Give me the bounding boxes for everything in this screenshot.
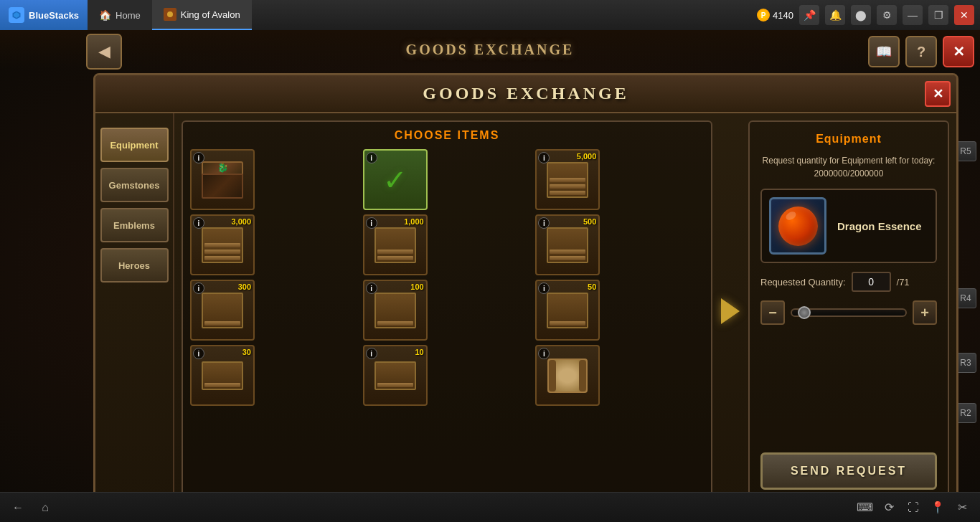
taskbar-fullscreen-icon[interactable]: ⛶ [904, 498, 923, 517]
shelf-visual-3 [547, 162, 588, 198]
settings-button[interactable]: ⚙ [877, 5, 897, 25]
taskbar: ← ⌂ ⌨ ⟳ ⛶ 📍 ✂ [0, 492, 980, 522]
item-icon-large [769, 197, 826, 255]
slider-track[interactable] [791, 308, 907, 317]
info-icon-5[interactable]: i [366, 217, 377, 229]
svg-point-3 [167, 11, 173, 17]
sidebar-item-equipment[interactable]: Equipment [100, 128, 169, 162]
book-button[interactable]: 📖 [868, 36, 900, 67]
taskbar-keyboard-icon[interactable]: ⌨ [855, 498, 874, 517]
send-request-label: SEND REQUEST [791, 465, 907, 478]
notification-button[interactable]: 🔔 [825, 5, 845, 25]
taskbar-back-button[interactable]: ← [9, 498, 27, 517]
bluestacks-logo[interactable]: BlueStacks [0, 0, 88, 30]
pin-button[interactable]: 📌 [799, 5, 819, 25]
heroes-label: Heroes [118, 260, 150, 271]
plank3 [550, 191, 585, 195]
back-icon: ◀ [98, 42, 110, 61]
item-visual-9 [547, 293, 588, 328]
help-button[interactable]: ? [905, 36, 937, 67]
item-shelf-10[interactable]: i 10 [363, 345, 428, 406]
plank2 [550, 184, 585, 189]
gemstones-label: Gemstones [109, 180, 160, 191]
item-shelf-500[interactable]: i 500 [535, 214, 600, 275]
info-icon-11[interactable]: i [366, 348, 377, 359]
plank1 [550, 321, 585, 326]
plank3 [204, 256, 240, 260]
item-name: Dragon Essence [837, 220, 922, 232]
item-quantity-4: 3,000 [231, 217, 251, 226]
quantity-max-label: /71 [897, 277, 910, 288]
info-icon-1[interactable]: i [193, 152, 204, 163]
dragon-essence-orb [778, 207, 818, 246]
item-quantity-9: 50 [588, 283, 596, 291]
item-quantity-8: 100 [410, 283, 423, 291]
quantity-label: Requested Quantity: [760, 277, 846, 288]
shelf-visual-8 [374, 293, 416, 328]
right-panel-info: Request quantity for Equipment left for … [760, 154, 937, 180]
plank1 [377, 383, 413, 387]
send-request-button[interactable]: SEND REQUEST [760, 452, 937, 490]
info-icon-8[interactable]: i [366, 283, 377, 294]
record-button[interactable]: ⬤ [851, 5, 871, 25]
taskbar-left: ← ⌂ [9, 498, 55, 517]
shelf-visual-4 [202, 227, 243, 263]
title-bar: BlueStacks 🏠 Home King of Avalon P 4140 … [0, 0, 980, 30]
plus-button[interactable]: + [913, 300, 937, 325]
item-shelf-1000[interactable]: i 1,000 [363, 214, 428, 275]
item-quantity-11: 10 [415, 348, 423, 356]
points-icon: P [757, 9, 770, 22]
item-shelf-3000[interactable]: i 3,000 [190, 214, 255, 275]
left-sidebar: Equipment Gemstones Emblems Heroes [95, 113, 174, 509]
item-shelf-300[interactable]: i 300 [190, 280, 255, 341]
item-selected[interactable]: i ✓ [363, 149, 428, 210]
points-display: P 4140 [757, 9, 793, 22]
taskbar-refresh-icon[interactable]: ⟳ [880, 498, 898, 517]
plank1 [204, 321, 240, 326]
item-shelf-50[interactable]: i 50 [535, 280, 600, 341]
taskbar-home-button[interactable]: ⌂ [36, 498, 55, 517]
minimize-button[interactable]: — [903, 5, 923, 25]
game-tab-label: King of Avalon [181, 9, 240, 20]
taskbar-location-icon[interactable]: 📍 [928, 498, 947, 517]
window-close-button[interactable]: ✕ [954, 5, 974, 25]
item-dragon-chest[interactable]: i 🐉 [190, 149, 255, 210]
info-icon-7[interactable]: i [193, 283, 204, 294]
slider-row: − + [760, 300, 937, 325]
shelf-visual-5 [374, 227, 416, 263]
plank1 [377, 250, 413, 254]
plank1 [204, 243, 240, 247]
sidebar-item-heroes[interactable]: Heroes [100, 248, 169, 283]
shelf-visual-6 [547, 227, 588, 263]
quantity-input[interactable] [852, 272, 891, 292]
bluestacks-icon [9, 7, 24, 23]
slider-thumb[interactable] [798, 306, 811, 319]
right-panel-title: Equipment [760, 133, 937, 146]
back-button[interactable]: ◀ [86, 34, 122, 70]
game-tab[interactable]: King of Avalon [152, 0, 252, 30]
header-icons: 📖 ? [868, 36, 937, 67]
item-quantity-10: 30 [242, 348, 251, 356]
taskbar-scissors-icon[interactable]: ✂ [953, 498, 971, 517]
item-scroll[interactable]: i [535, 345, 600, 406]
item-visual-5 [374, 227, 416, 263]
item-visual-7 [202, 293, 243, 328]
title-bar-controls: P 4140 📌 🔔 ⬤ ⚙ — ❐ ✕ [757, 5, 980, 25]
items-grid: i 🐉 i ✓ [190, 149, 704, 406]
item-shelf-100[interactable]: i 100 [363, 280, 428, 341]
home-tab[interactable]: 🏠 Home [88, 0, 152, 30]
game-close-button[interactable]: ✕ [943, 36, 974, 67]
restore-button[interactable]: ❐ [928, 5, 948, 25]
close-x-icon: ✕ [953, 43, 965, 60]
item-shelf-30[interactable]: i 30 [190, 345, 255, 406]
item-display: Dragon Essence [760, 189, 937, 263]
info-icon-4[interactable]: i [193, 217, 204, 229]
minus-button[interactable]: − [760, 300, 785, 325]
info-icon-2[interactable]: i [366, 152, 377, 163]
sidebar-item-gemstones[interactable]: Gemstones [100, 168, 169, 202]
sidebar-item-emblems[interactable]: Emblems [100, 208, 169, 242]
info-icon-10[interactable]: i [193, 348, 204, 359]
dialog-header: GOODS EXCHANGE ✕ [95, 75, 956, 113]
item-building-5000[interactable]: i 5,000 [535, 149, 600, 210]
dialog-close-button[interactable]: ✕ [925, 81, 951, 107]
